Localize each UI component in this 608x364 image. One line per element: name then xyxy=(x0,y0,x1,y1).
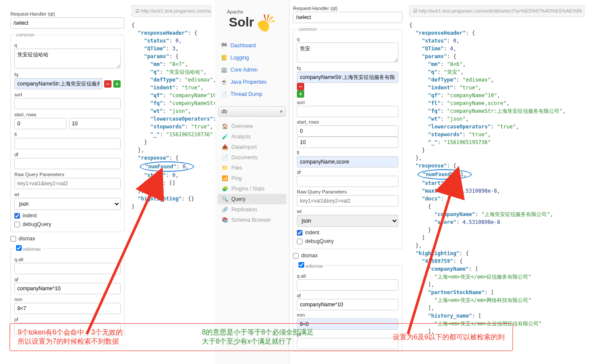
wt-select[interactable]: json xyxy=(14,198,121,210)
sort-input[interactable] xyxy=(14,98,121,109)
fl-input[interactable] xyxy=(297,156,398,167)
nav-item[interactable]: 🏢Core Admin xyxy=(217,64,286,76)
fq-add-button[interactable]: + xyxy=(297,90,304,98)
core-menu-item[interactable]: 🔍Query xyxy=(217,194,286,204)
pf-label: pf xyxy=(14,317,121,322)
core-menu-item[interactable]: 📄Documents xyxy=(217,152,286,163)
indent-checkbox[interactable] xyxy=(14,213,20,219)
raw-params-input[interactable] xyxy=(14,178,121,189)
sort-label: sort xyxy=(297,100,398,105)
debug-checkbox[interactable] xyxy=(14,222,20,227)
df-input[interactable] xyxy=(297,176,398,187)
nav-icon: ☕ xyxy=(221,79,227,85)
core-selector[interactable]: db ▾ xyxy=(218,106,286,117)
dismax-label: dismax xyxy=(19,236,35,242)
left-query-form: Request-Handler (qt) common q fq − + sor… xyxy=(0,0,128,364)
core-menu-label: Files xyxy=(231,165,242,171)
common-fieldset: common q fq − + sort start, rows fl df R… xyxy=(10,32,125,232)
nav-item[interactable]: ☕Java Properties xyxy=(217,76,286,88)
nav-label: Thread Dump xyxy=(230,91,262,97)
core-menu-item[interactable]: 📚Schema Browser xyxy=(217,215,286,225)
nav-label: Logging xyxy=(230,55,249,61)
sidebar: ApacheSolr 🏁Dashboard📒Logging🏢Core Admin… xyxy=(215,0,289,364)
handler-label: Request-Handler (qt) xyxy=(10,11,125,16)
start-input[interactable] xyxy=(297,125,398,137)
rows-input[interactable] xyxy=(69,118,121,129)
fl-input[interactable] xyxy=(14,138,121,149)
handler-input[interactable] xyxy=(293,12,402,23)
nav-icon: 📄 xyxy=(221,91,227,97)
common-legend: common xyxy=(297,26,319,32)
core-menu-item[interactable]: 📥Dataimport xyxy=(217,142,286,152)
fq-add-button[interactable]: + xyxy=(113,80,121,88)
dismax-checkbox[interactable] xyxy=(10,236,16,242)
core-menu-label: Replication xyxy=(231,207,257,213)
fq-input[interactable] xyxy=(297,72,398,83)
debug-checkbox[interactable] xyxy=(297,239,302,244)
sort-label: sort xyxy=(14,92,121,97)
nav-item[interactable]: 📄Thread Dump xyxy=(217,88,286,100)
fq-label: fq xyxy=(14,72,121,77)
core-menu-item[interactable]: 🏠Overview xyxy=(217,121,286,131)
qalt-input[interactable] xyxy=(14,263,121,274)
core-menu-label: Schema Browser xyxy=(231,217,271,223)
qf-input[interactable] xyxy=(14,283,121,294)
edismax-legend: edismax xyxy=(23,246,41,252)
edismax-fieldset: edismax q.alt qf mm pf xyxy=(293,262,402,351)
nav-item[interactable]: 📒Logging xyxy=(217,52,286,64)
raw-params-label: Raw Query Parameters xyxy=(14,172,121,177)
df-input[interactable] xyxy=(14,158,121,169)
core-menu-item[interactable]: 🔗Replication xyxy=(217,204,286,215)
core-menu-icon: 🧩 xyxy=(222,186,228,192)
dismax-label: dismax xyxy=(301,253,318,259)
core-menu-icon: 🧪 xyxy=(222,134,228,140)
start-rows-label: start, rows xyxy=(14,112,121,117)
nav-item[interactable]: 🏁Dashboard xyxy=(217,39,286,52)
core-menu-icon: 📥 xyxy=(222,144,228,150)
q-label: q xyxy=(14,43,121,48)
pf-input[interactable] xyxy=(297,338,398,349)
fq-input[interactable] xyxy=(14,78,102,89)
q-input[interactable] xyxy=(14,49,121,69)
solr-logo: ApacheSolr xyxy=(215,0,289,39)
core-menu-label: Dataimport xyxy=(231,144,257,150)
dismax-checkbox[interactable] xyxy=(293,253,299,259)
core-menu-icon: 🏠 xyxy=(222,123,228,129)
core-menu-item[interactable]: 📶Ping xyxy=(217,173,286,184)
mm-label: mm xyxy=(14,297,121,302)
q-input[interactable] xyxy=(297,43,398,62)
core-menu-item[interactable]: 🧪Analysis xyxy=(217,131,286,142)
handler-input[interactable] xyxy=(10,17,125,29)
qalt-input[interactable] xyxy=(297,279,398,291)
mm-input[interactable] xyxy=(297,318,398,330)
core-menu-item[interactable]: 📁Files xyxy=(217,163,286,173)
raw-params-input[interactable] xyxy=(297,195,398,207)
nav-icon: 🏢 xyxy=(221,67,227,73)
edismax-checkbox[interactable] xyxy=(299,262,304,268)
sun-icon xyxy=(258,14,275,32)
url-bar[interactable]: ☑ http://solr1.test.pingansec.com/solr/d… xyxy=(131,5,211,17)
sort-input[interactable] xyxy=(297,106,398,117)
core-menu-icon: 📚 xyxy=(222,217,228,223)
url-bar[interactable]: ☑ http://solr1.test.pingansec.com/solr/d… xyxy=(409,5,585,17)
qf-input[interactable] xyxy=(297,299,398,310)
fq-remove-button[interactable]: − xyxy=(104,80,112,88)
start-input[interactable] xyxy=(14,118,66,129)
core-menu-label: Documents xyxy=(231,154,258,161)
rows-input[interactable] xyxy=(297,137,398,148)
indent-checkbox[interactable] xyxy=(297,230,302,236)
start-rows-label: start, rows xyxy=(297,119,398,125)
core-menu-item[interactable]: 🧩Plugins / Stats xyxy=(217,184,286,194)
edismax-checkbox[interactable] xyxy=(16,245,22,251)
mm-input[interactable] xyxy=(14,303,121,314)
pf-input[interactable] xyxy=(14,323,121,334)
edismax-fieldset: edismax q.alt qf mm pf xyxy=(10,245,125,336)
debug-label: debugQuery xyxy=(23,221,51,227)
fl-label: fl xyxy=(14,132,121,137)
core-menu-label: Overview xyxy=(231,123,253,129)
fq-remove-button[interactable]: − xyxy=(297,83,304,90)
common-legend: common xyxy=(14,32,36,37)
core-menu-label: Plugins / Stats xyxy=(231,186,265,192)
nav-icon: 📒 xyxy=(221,55,227,61)
wt-select[interactable]: json xyxy=(297,215,398,227)
